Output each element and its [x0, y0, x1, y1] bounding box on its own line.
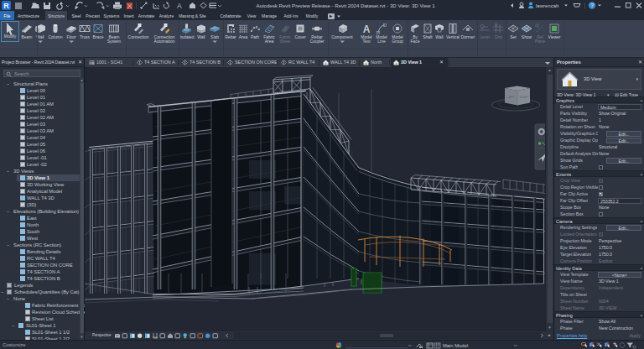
svg-text:LEFT: LEFT [507, 96, 514, 99]
svg-text:?: ? [590, 3, 594, 8]
svg-text:A: A [363, 23, 371, 35]
svg-text:R: R [3, 2, 9, 10]
svg-text:lawrencah: lawrencah [536, 3, 558, 8]
svg-text:RIGHT: RIGHT [520, 96, 529, 99]
svg-text:Autodesk Revit Preview Release: Autodesk Revit Preview Release - Revit 2… [256, 3, 435, 8]
svg-text:A: A [177, 2, 182, 10]
svg-text:Main Model: Main Model [443, 343, 468, 348]
